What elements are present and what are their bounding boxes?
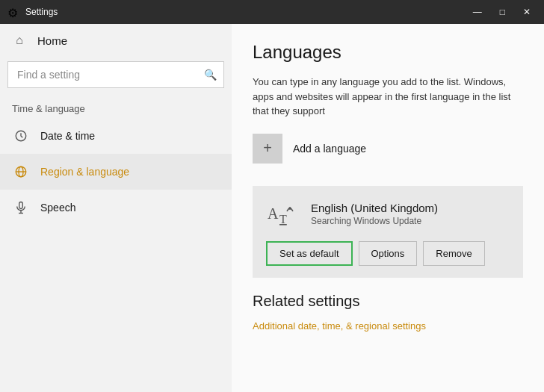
title-bar-title: Settings xyxy=(25,7,467,17)
search-icon: 🔍 xyxy=(204,69,217,81)
home-label: Home xyxy=(37,34,67,47)
window-controls: — □ ✕ xyxy=(467,0,537,24)
globe-icon xyxy=(12,163,30,181)
add-language-label: Add a language xyxy=(293,143,366,155)
language-name: English (United Kingdom) xyxy=(311,202,510,214)
additional-date-link[interactable]: Additional date, time, & regional settin… xyxy=(253,320,426,332)
language-actions: Set as default Options Remove xyxy=(266,241,510,266)
set-as-default-button[interactable]: Set as default xyxy=(266,241,353,266)
home-nav-item[interactable]: ⌂ Home xyxy=(0,24,232,57)
add-plus-icon: + xyxy=(253,134,282,164)
mic-icon xyxy=(12,199,30,217)
language-info: English (United Kingdom) Searching Windo… xyxy=(311,202,510,226)
sidebar-item-speech[interactable]: Speech xyxy=(0,190,232,225)
add-language-button[interactable]: + Add a language xyxy=(253,134,523,164)
sidebar-item-region-language[interactable]: Region & language xyxy=(0,154,232,190)
sidebar-item-speech-label: Speech xyxy=(40,202,75,214)
title-bar: ⚙ Settings — □ ✕ xyxy=(0,0,544,24)
svg-text:A: A xyxy=(268,205,279,222)
language-icon: A T xyxy=(266,198,299,231)
sidebar-item-date-time-label: Date & time xyxy=(40,130,95,142)
related-settings-title: Related settings xyxy=(253,293,523,310)
languages-description: You can type in any language you add to … xyxy=(253,75,523,119)
content-area: Languages You can type in any language y… xyxy=(232,24,544,392)
home-icon: ⌂ xyxy=(12,33,27,48)
main-container: ⌂ Home 🔍 Time & language Date & time xyxy=(0,24,544,392)
clock-icon xyxy=(12,127,30,145)
remove-button[interactable]: Remove xyxy=(423,241,484,266)
page-title: Languages xyxy=(253,42,523,63)
close-button[interactable]: ✕ xyxy=(517,0,537,24)
sidebar: ⌂ Home 🔍 Time & language Date & time xyxy=(0,24,232,392)
language-status: Searching Windows Update xyxy=(311,216,510,226)
search-box: 🔍 xyxy=(7,61,224,88)
search-input[interactable] xyxy=(7,61,224,88)
settings-icon: ⚙ xyxy=(7,6,19,18)
options-button[interactable]: Options xyxy=(359,241,418,266)
svg-text:T: T xyxy=(279,213,287,225)
minimize-button[interactable]: — xyxy=(467,0,488,24)
language-card: A T English (United Kingdom) Searching W… xyxy=(253,186,523,278)
sidebar-item-date-time[interactable]: Date & time xyxy=(0,118,232,154)
svg-rect-4 xyxy=(19,202,23,209)
sidebar-item-region-language-label: Region & language xyxy=(40,166,129,178)
sidebar-section-header: Time & language xyxy=(12,103,85,114)
maximize-button[interactable]: □ xyxy=(494,0,511,24)
language-card-header: A T English (United Kingdom) Searching W… xyxy=(266,198,510,231)
